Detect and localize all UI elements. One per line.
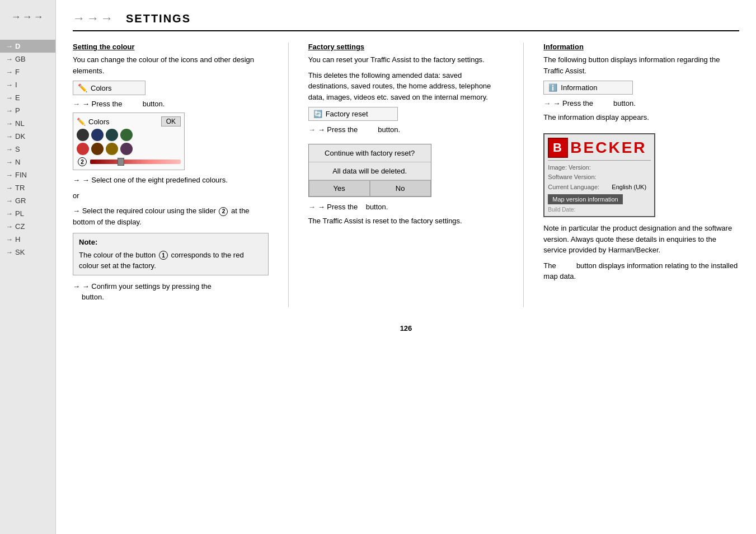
sidebar-item-nl[interactable]: →NL (0, 117, 55, 130)
sidebar-item-label: DK (15, 132, 25, 140)
col2-intro: You can reset your Traffic Assist to the… (308, 54, 504, 65)
dialog-row-2: All data will be deleted. (309, 162, 431, 180)
sidebar-item-label: GB (15, 55, 26, 63)
color-dot-224444[interactable] (106, 129, 118, 141)
sidebar-item-i[interactable]: →I (0, 78, 55, 91)
sidebar-item-e[interactable]: →E (0, 91, 55, 104)
col3-note: Note in particular the product designati… (543, 223, 739, 256)
sidebar-item-label: E (15, 93, 20, 102)
sidebar-arrow-icon: → (6, 119, 13, 128)
sidebar-item-gb[interactable]: →GB (0, 53, 55, 65)
ok-button[interactable]: OK (161, 116, 181, 127)
col1-intro: You can change the colour of the icons a… (73, 54, 269, 76)
sidebar-arrow-icon: → (6, 248, 13, 256)
current-language-val: English (UK) (612, 182, 646, 193)
dialog-no-btn[interactable]: No (370, 180, 431, 196)
becker-box: B BECKER Image: Version: Software Versio… (543, 133, 655, 218)
slider-track[interactable] (90, 160, 181, 164)
factory-icon: 🔄 (313, 110, 322, 118)
sidebar-item-n[interactable]: →N (0, 156, 55, 168)
note-box: Note: The colour of the button 1 corresp… (73, 233, 269, 275)
instruction3-text: → Confirm your settings by pressing the (82, 282, 212, 291)
col2-factory: Factory settings You can reset your Traf… (308, 43, 504, 307)
col2-detail: This deletes the following amended data:… (308, 70, 504, 103)
color-dot-333333[interactable] (77, 129, 89, 141)
colors-label-2: Colors (88, 118, 110, 126)
sidebar-item-dk[interactable]: →DK (0, 130, 55, 143)
sidebar-item-label: SK (15, 248, 25, 256)
sidebar-item-f[interactable]: →F (0, 65, 55, 78)
col2-press-1: → → Press the button. (308, 125, 504, 134)
press-text-1b: button. (143, 100, 165, 108)
sidebar-item-d[interactable]: →D (0, 40, 55, 53)
software-version-label: Software Version: (548, 172, 609, 182)
arrow-7: → (543, 99, 551, 107)
becker-logo: B BECKER (548, 138, 651, 161)
sidebar-item-label: GR (15, 196, 26, 205)
sidebar-item-p[interactable]: →P (0, 104, 55, 117)
page-title: SETTINGS (126, 12, 191, 25)
colors-widget-1[interactable]: ✏️ Colors (73, 81, 145, 95)
factory-label: Factory reset (326, 110, 368, 118)
slider-row[interactable]: 2 (77, 157, 181, 166)
color-dot-886600[interactable] (106, 143, 118, 155)
col1-instruction1: → → Select one of the eight predefined c… (73, 175, 269, 186)
instruction1-text: → Select one of the eight predefined col… (82, 176, 228, 184)
sidebar-item-label: TR (15, 184, 25, 192)
sidebar-arrow-icon: → (6, 196, 13, 205)
color-dot-336633[interactable] (120, 129, 133, 141)
color-dot-223366[interactable] (91, 129, 104, 141)
col3-press-text-b: button. (613, 99, 636, 107)
page-number: 126 (73, 324, 739, 332)
info-widget[interactable]: ℹ️ Information (543, 81, 633, 95)
divider-1 (288, 43, 289, 307)
sidebar-item-h[interactable]: →H (0, 233, 55, 246)
divider-2 (523, 43, 524, 307)
becker-image-row: Image: Version: (548, 163, 651, 173)
colors-icon-grid: ✏️ (77, 118, 86, 126)
sidebar-item-label: F (15, 68, 20, 76)
sidebar-arrow-icon: → (6, 55, 13, 63)
col2-result: The Traffic Assist is reset to the facto… (308, 216, 504, 227)
press-text-1: → Press the (82, 100, 123, 108)
dialog-yes-btn[interactable]: Yes (309, 180, 370, 196)
colors-icon-1: ✏️ (78, 83, 87, 92)
info-icon: ℹ️ (548, 83, 557, 92)
sidebar-arrow-icon: → (6, 184, 13, 192)
sidebar-nav: →D→GB→F→I→E→P→NL→DK→S→N→FIN→TR→GR→PL→CZ→… (0, 40, 55, 259)
color-dot-row (77, 143, 181, 155)
sidebar-arrow-icon: → (6, 106, 13, 115)
sidebar-item-gr[interactable]: →GR (0, 194, 55, 207)
col1-instruction2: → Select the required colour using the s… (73, 205, 269, 227)
sidebar-item-fin[interactable]: →FIN (0, 168, 55, 181)
color-rows (77, 129, 181, 155)
factory-widget[interactable]: 🔄 Factory reset (308, 107, 398, 121)
colors-grid-header: ✏️ Colors OK (77, 116, 181, 127)
color-dot-cc3333[interactable] (77, 143, 89, 155)
sidebar-item-cz[interactable]: →CZ (0, 220, 55, 233)
sidebar-arrow-icon: → (6, 222, 13, 231)
sidebar-arrow-icon: → (6, 158, 13, 166)
sidebar-arrow-icon: → (6, 235, 13, 243)
becker-b-icon: B (548, 138, 568, 158)
sidebar-item-label: PL (15, 209, 24, 218)
image-version-label: Image: Version: (548, 163, 609, 173)
col3-the-button: The button displays information relating… (543, 260, 739, 282)
col3-press-text: → Press the (553, 99, 593, 107)
slider-num-icon: 2 (78, 157, 87, 166)
color-dot-553355[interactable] (120, 143, 133, 155)
sidebar-item-label: I (15, 81, 17, 89)
map-version-btn[interactable]: Map version information (548, 194, 622, 204)
col3-info-appears: The information display appears. (543, 112, 739, 123)
sidebar-item-pl[interactable]: →PL (0, 207, 55, 220)
becker-language-row: Current Language: English (UK) (548, 182, 651, 193)
slider-thumb[interactable] (118, 158, 124, 166)
build-date-label: Build Date: (548, 207, 575, 213)
sidebar-item-s[interactable]: →S (0, 143, 55, 156)
sidebar-item-tr[interactable]: →TR (0, 181, 55, 194)
dialog-text1: Continue with factory reset? (325, 149, 415, 157)
sidebar-item-sk[interactable]: →SK (0, 246, 55, 259)
color-dot-663300[interactable] (91, 143, 104, 155)
sidebar-item-label: FIN (15, 171, 27, 179)
sidebar-item-label: S (15, 145, 20, 153)
